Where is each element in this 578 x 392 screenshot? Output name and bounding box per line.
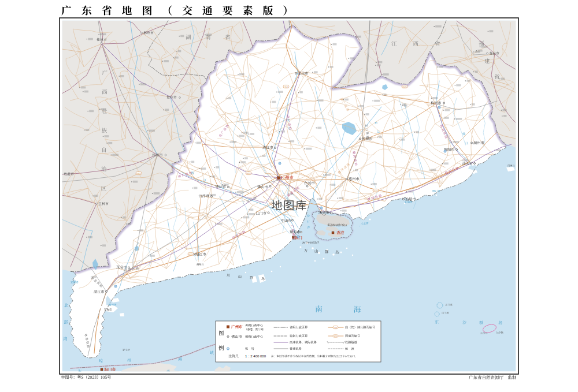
svg-text:1：2 400 000: 1：2 400 000 [245,354,266,358]
svg-text:G45: G45 [402,85,407,88]
svg-text:G15: G15 [188,253,194,256]
svg-text:G4: G4 [334,326,338,329]
svg-text:G55: G55 [246,172,251,175]
svg-text:G65: G65 [136,172,142,175]
svg-text:G4: G4 [284,85,288,88]
svg-text:323: 323 [334,335,338,338]
svg-text:G15: G15 [373,189,379,192]
